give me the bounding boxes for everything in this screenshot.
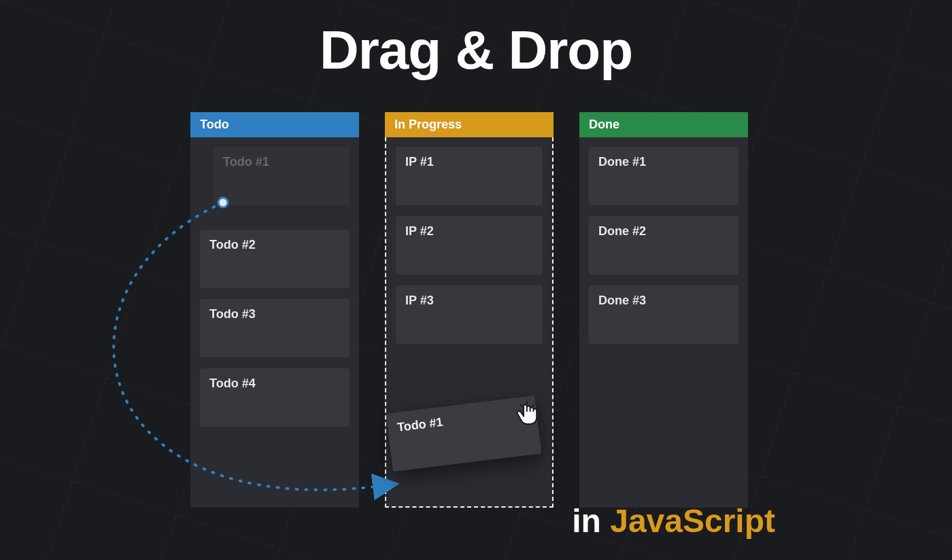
card[interactable]: Todo #3 bbox=[200, 299, 350, 357]
subtitle: in JavaScript bbox=[572, 502, 775, 540]
column-body-done[interactable]: Done #1 Done #2 Done #3 bbox=[579, 137, 748, 484]
subtitle-prefix: in bbox=[572, 503, 601, 539]
svg-line-4 bbox=[520, 404, 522, 406]
column-header-done: Done bbox=[579, 112, 748, 137]
card[interactable]: IP #3 bbox=[396, 285, 543, 344]
column-header-progress: In Progress bbox=[385, 112, 554, 137]
card[interactable]: Todo #2 bbox=[200, 230, 350, 288]
card[interactable]: Todo #4 bbox=[200, 368, 350, 427]
card[interactable]: IP #2 bbox=[396, 216, 543, 275]
card[interactable]: Done #3 bbox=[589, 285, 738, 344]
card[interactable]: IP #1 bbox=[396, 147, 543, 205]
svg-line-6 bbox=[532, 404, 534, 406]
subtitle-highlight: JavaScript bbox=[610, 503, 775, 539]
column-done[interactable]: Done Done #1 Done #2 Done #3 bbox=[579, 112, 748, 508]
column-todo[interactable]: Todo Todo #1 Todo #2 Todo #3 Todo #4 bbox=[190, 112, 359, 508]
cursor-grab-icon bbox=[511, 398, 543, 429]
column-body-todo[interactable]: Todo #1 Todo #2 Todo #3 Todo #4 bbox=[190, 137, 359, 484]
page-title: Drag & Drop bbox=[0, 19, 952, 82]
column-header-todo: Todo bbox=[190, 112, 359, 137]
card[interactable]: Done #1 bbox=[589, 147, 738, 205]
card[interactable]: Done #2 bbox=[589, 216, 738, 275]
card-ghost[interactable]: Todo #1 bbox=[214, 147, 350, 205]
